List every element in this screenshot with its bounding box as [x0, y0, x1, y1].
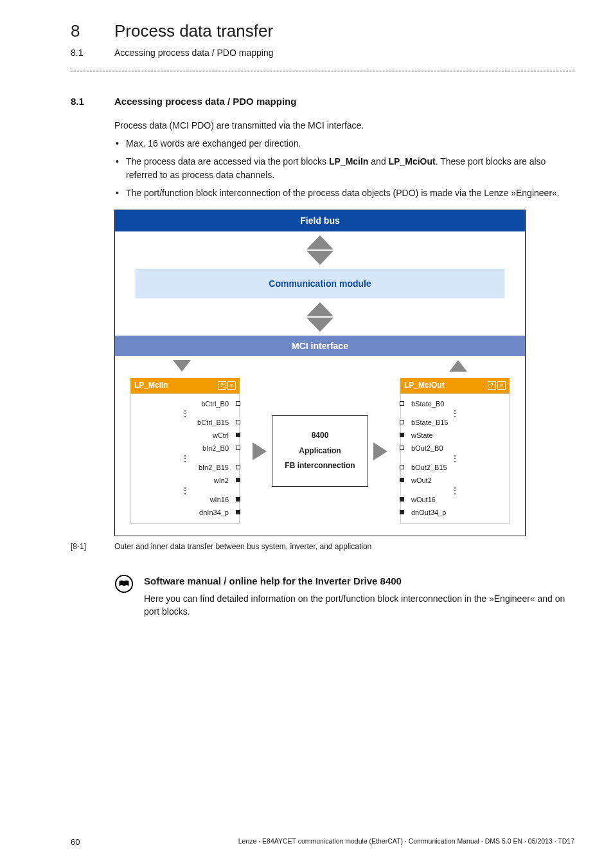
- chapter-header: 8 Process data transfer: [71, 19, 574, 44]
- port-block-name: LP_MciOut: [389, 156, 436, 167]
- note-box: Software manual / online help for the In…: [114, 574, 574, 618]
- port-label: wIn2: [214, 476, 229, 484]
- help-icon: ?: [488, 381, 496, 390]
- note-title: Software manual / online help for the In…: [144, 574, 574, 588]
- application-box: 8400 Application FB interconnection: [272, 415, 368, 486]
- port-label: wCtrl: [213, 431, 229, 439]
- ellipsis-icon: ⋮: [402, 455, 508, 462]
- right-arrow-icon: [373, 442, 387, 460]
- communication-module-layer: Communication module: [136, 269, 504, 298]
- port-label: bCtrl_B0: [201, 400, 229, 408]
- mci-interface-layer: MCI interface: [115, 336, 525, 356]
- divider-dashed: [71, 71, 574, 71]
- down-arrow-icon: [173, 360, 191, 372]
- right-arrow-icon: [253, 442, 267, 460]
- app-line: FB interconnection: [276, 460, 364, 471]
- arrow-gap: [115, 231, 525, 269]
- port-label: bCtrl_B15: [197, 419, 229, 426]
- port-blocks-row: LP_MciIn ? ≡ bCtrl_B0 ⋮ bCtrl_B15 wCtrl …: [115, 378, 525, 536]
- ellipsis-icon: ⋮: [132, 487, 238, 494]
- subheader-title: Accessing process data / PDO mapping: [114, 46, 273, 59]
- list-icon: ≡: [497, 381, 506, 390]
- port-label: bOut2_B0: [411, 444, 443, 452]
- up-arrow-icon: [449, 360, 467, 372]
- page-number: 60: [71, 836, 80, 849]
- ellipsis-icon: ⋮: [402, 487, 508, 494]
- data-transfer-diagram: Field bus Communication module MCI inter…: [114, 210, 526, 536]
- subheader: 8.1 Accessing process data / PDO mapping: [71, 46, 574, 59]
- portblock-title: LP_MciOut: [404, 380, 445, 391]
- ellipsis-icon: ⋮: [402, 410, 508, 417]
- chapter-title: Process data transfer: [114, 19, 273, 44]
- port-label: bState_B15: [411, 419, 449, 426]
- ellipsis-icon: ⋮: [132, 410, 238, 417]
- bullet-list: Max. 16 words are exchanged per directio…: [114, 137, 574, 199]
- portblock-title: LP_MciIn: [134, 380, 168, 391]
- page-footer: 60 Lenze · E84AYCET communication module…: [71, 836, 574, 849]
- ellipsis-icon: ⋮: [132, 455, 238, 462]
- figure-number: [8-1]: [71, 541, 104, 552]
- figure-caption: [8-1] Outer and inner data transfer betw…: [71, 541, 574, 552]
- port-label: wIn16: [210, 496, 229, 503]
- port-label: wState: [411, 431, 433, 439]
- port-block-name: LP_MciIn: [329, 156, 368, 167]
- port-label: wOut16: [411, 496, 436, 503]
- port-label: bIn2_B15: [199, 464, 229, 471]
- intro-paragraph: Process data (MCI PDO) are transmitted v…: [114, 119, 574, 132]
- bidirectional-arrow-icon: [306, 235, 333, 265]
- portblock-icons: ? ≡: [488, 381, 506, 390]
- bullet-text: The process data are accessed via the po…: [126, 156, 329, 167]
- list-icon: ≡: [227, 381, 236, 390]
- diagram-container: Field bus Communication module MCI inter…: [114, 210, 574, 536]
- chapter-number: 8: [71, 19, 114, 44]
- section-title: Accessing process data / PDO mapping: [114, 95, 296, 109]
- port-label: bOut2_B15: [411, 464, 447, 471]
- center-column: 8400 Application FB interconnection: [244, 378, 396, 524]
- help-icon: ?: [218, 381, 226, 390]
- port-label: dnOut34_p: [411, 509, 446, 516]
- bullet-item: Max. 16 words are exchanged per directio…: [114, 137, 574, 150]
- book-icon: [114, 574, 134, 618]
- mci-arrow-row: [115, 356, 525, 378]
- bullet-item: The port/function block interconnection …: [114, 186, 574, 199]
- bullet-text: and: [368, 156, 388, 167]
- subheader-number: 8.1: [71, 46, 114, 59]
- section-header: 8.1 Accessing process data / PDO mapping: [71, 95, 574, 109]
- figure-caption-text: Outer and inner data transfer between bu…: [114, 541, 371, 552]
- arrow-gap: [115, 298, 525, 336]
- footer-text: Lenze · E84AYCET communication module (E…: [238, 836, 574, 849]
- note-body-text: Here you can find detailed information o…: [144, 592, 574, 619]
- app-line: 8400: [276, 430, 364, 441]
- app-line: Application: [276, 446, 364, 457]
- section-number: 8.1: [71, 95, 114, 109]
- port-label: bState_B0: [411, 400, 444, 408]
- fieldbus-layer: Field bus: [115, 210, 525, 231]
- bullet-item: The process data are accessed via the po…: [114, 155, 574, 181]
- port-label: dnIn34_p: [199, 509, 229, 516]
- bidirectional-arrow-icon: [306, 302, 333, 332]
- port-label: bIn2_B0: [202, 444, 229, 452]
- port-label: wOut2: [411, 476, 432, 484]
- lp-mciout-block: LP_MciOut ? ≡ bState_B0 ⋮ bState_B15 wSt…: [400, 378, 510, 524]
- portblock-icons: ? ≡: [218, 381, 236, 390]
- lp-mciin-block: LP_MciIn ? ≡ bCtrl_B0 ⋮ bCtrl_B15 wCtrl …: [130, 378, 240, 524]
